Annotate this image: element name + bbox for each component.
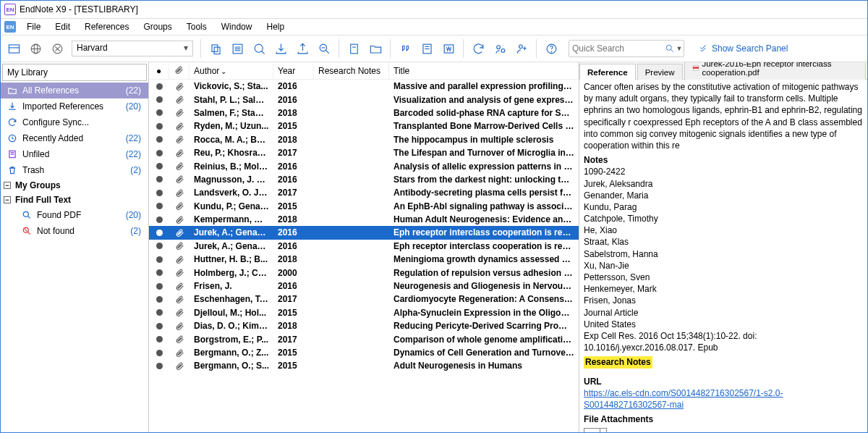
sidebar: My Library All References(22)Imported Re… bbox=[1, 62, 149, 433]
table-row[interactable]: Kempermann, G....2018Human Adult Neuroge… bbox=[149, 213, 579, 226]
share-icon[interactable] bbox=[490, 38, 510, 59]
table-row[interactable]: Kundu, P.; Genan...2015An EphB-Abl signa… bbox=[149, 200, 579, 213]
file-attachments-heading: File Attachments bbox=[584, 413, 863, 425]
sync-icon[interactable] bbox=[468, 38, 488, 59]
style-select[interactable]: Harvard bbox=[72, 41, 193, 56]
search-icon[interactable]: ▼ bbox=[663, 43, 684, 54]
search-input[interactable] bbox=[569, 41, 663, 56]
sidebar-item-configure-sync-[interactable]: Configure Sync... bbox=[1, 114, 148, 130]
sync-icon bbox=[7, 117, 18, 128]
sidebar-item-found-pdf[interactable]: Found PDF(20) bbox=[1, 207, 148, 223]
pdf-attachment[interactable]: PDFAdobe Jurek-2016... receptor in... bbox=[584, 428, 863, 433]
find-fulltext-icon[interactable] bbox=[314, 38, 334, 59]
unfiled-icon bbox=[7, 148, 18, 160]
table-row[interactable]: Eschenhagen, T.; ...2017Cardiomyocyte Re… bbox=[149, 293, 579, 306]
table-row[interactable]: Holmberg, J.; Cla...2000Regulation of re… bbox=[149, 266, 579, 279]
tab-reference[interactable]: Reference bbox=[579, 64, 636, 80]
menu-references[interactable]: References bbox=[77, 20, 136, 33]
person-add-icon[interactable] bbox=[511, 38, 532, 59]
titlebar: EN EndNote X9 - [TESTLIBRARY] bbox=[1, 1, 867, 19]
reference-url[interactable]: https://ac.els-cdn.com/S0014482716302567… bbox=[584, 388, 783, 410]
tab-preview[interactable]: Preview bbox=[637, 64, 683, 80]
help-icon[interactable] bbox=[541, 38, 561, 59]
open-folder-icon[interactable] bbox=[365, 38, 386, 59]
table-row[interactable]: Vickovic, S.; Sta...2016Massive and para… bbox=[149, 80, 579, 93]
menu-groups[interactable]: Groups bbox=[136, 20, 179, 33]
my-groups-group[interactable]: −My Groups bbox=[1, 178, 148, 193]
sidebar-item-unfiled[interactable]: Unfiled(22) bbox=[1, 146, 148, 162]
col-read[interactable]: ● bbox=[149, 63, 169, 79]
sidebar-item-recently-added[interactable]: Recently Added(22) bbox=[1, 130, 148, 146]
show-search-panel[interactable]: Show Search Panel bbox=[699, 43, 788, 54]
globe-icon[interactable] bbox=[25, 38, 46, 59]
note-line: Frisen, Jonas bbox=[584, 295, 863, 306]
table-row[interactable]: Landsverk, O. J.;...2017Antibody-secreti… bbox=[149, 186, 579, 199]
paperclip-icon bbox=[169, 348, 190, 358]
svg-rect-7 bbox=[214, 47, 220, 54]
menu-help[interactable]: Help bbox=[259, 20, 292, 33]
tab-pdf[interactable]: Jurek-2016-Eph receptor interclass coope… bbox=[684, 62, 866, 80]
svg-point-24 bbox=[501, 49, 505, 52]
table-row[interactable]: Reinius, B.; Mold...2016Analysis of alle… bbox=[149, 159, 579, 172]
paperclip-icon bbox=[169, 214, 190, 225]
table-row[interactable]: Jurek, A.; Genan...2016Eph receptor inte… bbox=[149, 240, 579, 253]
search-area: ▼ bbox=[569, 40, 684, 57]
menu-edit[interactable]: Edit bbox=[48, 20, 77, 33]
svg-rect-6 bbox=[211, 44, 217, 51]
table-row[interactable]: Bergmann, O.; Z...2015Dynamics of Cell G… bbox=[149, 346, 579, 359]
menu-window[interactable]: Window bbox=[214, 20, 260, 33]
not-found-icon bbox=[21, 225, 33, 237]
col-author[interactable]: Author⌄ bbox=[190, 63, 273, 79]
format-icon[interactable] bbox=[417, 38, 437, 59]
table-row[interactable]: Borgstrom, E.; P...2017Comparison of who… bbox=[149, 332, 579, 345]
table-row[interactable]: Reu, P.; Khosravi,...2017The Lifespan an… bbox=[149, 146, 579, 159]
table-row[interactable]: Rocca, M. A.; Bar...2018The hippocampus … bbox=[149, 133, 579, 146]
goto-word-icon[interactable] bbox=[438, 38, 459, 59]
col-notes[interactable]: Research Notes bbox=[314, 63, 389, 79]
table-row[interactable]: Magnusson, J. P.;...2016Stars from the d… bbox=[149, 173, 579, 186]
globe-sync-icon[interactable] bbox=[47, 38, 67, 59]
table-row[interactable]: Huttner, H. B.; B...2018Meningioma growt… bbox=[149, 253, 579, 266]
table-row[interactable]: Dias, D. O.; Kim, ...2018Reducing Pericy… bbox=[149, 319, 579, 332]
sidebar-item-imported-references[interactable]: Imported References(20) bbox=[1, 98, 148, 114]
col-year[interactable]: Year bbox=[273, 63, 314, 79]
insert-cite-icon[interactable] bbox=[395, 38, 415, 59]
paperclip-icon bbox=[169, 174, 190, 185]
find-fulltext-group[interactable]: −Find Full Text bbox=[1, 193, 148, 207]
table-row[interactable]: Ryden, M.; Uzun...2015Transplanted Bone … bbox=[149, 119, 579, 133]
url-heading: URL bbox=[584, 376, 863, 387]
sidebar-item-trash[interactable]: Trash(2) bbox=[1, 162, 148, 178]
col-attachment[interactable] bbox=[169, 62, 190, 80]
note-line: Pettersson, Sven bbox=[584, 272, 863, 283]
table-row[interactable]: Djelloul, M.; Hol...2015Alpha-Synuclein … bbox=[149, 306, 579, 319]
export-file-icon[interactable] bbox=[292, 38, 312, 59]
paperclip-icon bbox=[169, 361, 190, 371]
new-ref-icon[interactable] bbox=[344, 38, 364, 59]
copy-icon[interactable] bbox=[205, 38, 226, 59]
paperclip-icon bbox=[169, 334, 190, 345]
menu-file[interactable]: File bbox=[20, 20, 48, 33]
sidebar-item-not-found[interactable]: Not found(2) bbox=[1, 223, 148, 239]
abstract-text: Cancer often arises by the constitutive … bbox=[584, 81, 863, 151]
table-row[interactable]: Stahl, P. L.; Salm...2016Visualization a… bbox=[149, 93, 579, 106]
app-icon: EN bbox=[4, 4, 16, 15]
search-globe-icon[interactable] bbox=[249, 38, 269, 59]
table-row[interactable]: Salmen, F.; Stahl,...2018Barcoded solid-… bbox=[149, 106, 579, 119]
svg-point-29 bbox=[551, 51, 552, 52]
note-line: Journal Article bbox=[584, 307, 863, 319]
table-row[interactable]: Frisen, J.2016Neurogenesis and Gliogenes… bbox=[149, 279, 579, 293]
layout-icon[interactable] bbox=[4, 38, 24, 59]
table-row[interactable]: Jurek, A.; Genan...2016Eph receptor inte… bbox=[149, 226, 579, 239]
toolbar: Harvard ▼ Show Search Panel bbox=[1, 35, 867, 62]
import-file-icon[interactable] bbox=[271, 38, 291, 59]
paperclip-icon bbox=[169, 307, 190, 318]
table-row[interactable]: Bergmann, O.; S...2015Adult Neurogenesis… bbox=[149, 359, 579, 372]
sidebar-item-all-references[interactable]: All References(22) bbox=[1, 83, 148, 98]
note-line: Henkemeyer, Mark bbox=[584, 283, 863, 295]
notes-heading: Notes bbox=[584, 154, 863, 166]
col-title[interactable]: Title bbox=[389, 63, 579, 79]
svg-line-39 bbox=[27, 232, 30, 235]
menubar: EN File Edit References Groups Tools Win… bbox=[1, 19, 867, 35]
menu-tools[interactable]: Tools bbox=[179, 20, 214, 33]
list-icon[interactable] bbox=[227, 38, 247, 59]
